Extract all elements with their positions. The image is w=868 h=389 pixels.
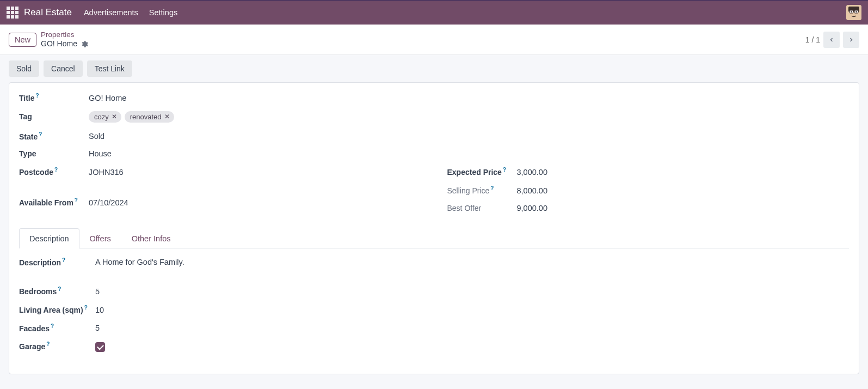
help-icon[interactable]: ? xyxy=(36,93,39,99)
form-body[interactable]: Sold Cancel Test Link Title? GO! Home Ta… xyxy=(0,55,868,389)
selling-price-label: Selling Price xyxy=(447,186,490,195)
help-icon[interactable]: ? xyxy=(75,197,78,203)
expected-price-value[interactable]: 3,000.00 xyxy=(517,168,547,177)
help-icon[interactable]: ? xyxy=(51,323,54,329)
facades-value[interactable]: 5 xyxy=(95,324,100,332)
pager-next-button[interactable] xyxy=(843,32,859,48)
tag-label-text: cozy xyxy=(94,113,109,121)
control-panel: New Properties GO! Home 1 / 1 xyxy=(0,25,868,55)
status-bar: Sold Cancel Test Link xyxy=(0,55,868,82)
living-area-value[interactable]: 10 xyxy=(95,306,104,314)
top-nav: Real Estate Advertisements Settings xyxy=(0,1,868,25)
breadcrumb-parent[interactable]: Properties xyxy=(41,31,88,39)
best-offer-label: Best Offer xyxy=(447,204,482,212)
avatar[interactable] xyxy=(846,5,861,20)
bedrooms-value[interactable]: 5 xyxy=(95,287,100,296)
type-label: Type xyxy=(19,149,36,158)
breadcrumb-current: GO! Home xyxy=(41,39,77,48)
nav-link-advertisements[interactable]: Advertisements xyxy=(84,8,138,17)
tab-description[interactable]: Description xyxy=(19,228,79,248)
title-value[interactable]: GO! Home xyxy=(89,94,126,102)
tag-label-text: renovated xyxy=(130,113,162,121)
description-value[interactable]: A Home for God's Family. xyxy=(95,258,184,266)
cancel-button[interactable]: Cancel xyxy=(44,60,83,77)
pager-prev-button[interactable] xyxy=(823,32,840,48)
postcode-label: Postcode xyxy=(19,168,53,177)
apps-icon[interactable] xyxy=(7,7,19,19)
help-icon[interactable]: ? xyxy=(503,167,506,173)
help-icon[interactable]: ? xyxy=(58,286,61,292)
form-sheet: Title? GO! Home Tag cozy ✕ renovated ✕ S… xyxy=(9,82,859,374)
breadcrumb: Properties GO! Home xyxy=(41,31,88,48)
tag-chip: renovated ✕ xyxy=(125,111,174,123)
close-icon[interactable]: ✕ xyxy=(112,113,117,120)
description-label: Description xyxy=(19,258,61,266)
tab-bar: Description Offers Other Infos xyxy=(19,228,849,248)
help-icon[interactable]: ? xyxy=(46,341,50,347)
help-icon[interactable]: ? xyxy=(62,257,65,263)
garage-label: Garage xyxy=(19,342,45,351)
test-link-button[interactable]: Test Link xyxy=(87,60,132,77)
garage-checkbox[interactable] xyxy=(95,342,105,352)
pager: 1 / 1 xyxy=(805,32,859,48)
help-icon[interactable]: ? xyxy=(84,305,88,311)
state-value[interactable]: Sold xyxy=(89,132,104,141)
tag-label: Tag xyxy=(19,112,32,121)
title-label: Title xyxy=(19,94,35,102)
new-button[interactable]: New xyxy=(9,33,36,47)
tab-offers[interactable]: Offers xyxy=(79,228,121,248)
facades-label: Facades xyxy=(19,324,50,332)
tag-chip: cozy ✕ xyxy=(89,111,121,123)
help-icon[interactable]: ? xyxy=(54,167,58,173)
svg-point-4 xyxy=(851,11,852,13)
close-icon[interactable]: ✕ xyxy=(164,113,170,120)
pager-text: 1 / 1 xyxy=(805,35,820,44)
tags-field[interactable]: cozy ✕ renovated ✕ xyxy=(89,111,174,123)
available-from-value[interactable]: 07/10/2024 xyxy=(89,198,128,207)
help-icon[interactable]: ? xyxy=(39,131,42,137)
state-label: State xyxy=(19,132,38,141)
nav-link-settings[interactable]: Settings xyxy=(149,8,177,17)
type-value[interactable]: House xyxy=(89,149,112,158)
bedrooms-label: Bedrooms xyxy=(19,287,57,296)
app-title[interactable]: Real Estate xyxy=(24,7,72,18)
help-icon[interactable]: ? xyxy=(490,185,494,191)
sold-button[interactable]: Sold xyxy=(9,60,39,77)
best-offer-value: 9,000.00 xyxy=(517,204,547,212)
selling-price-value: 8,000.00 xyxy=(517,186,547,195)
tab-panel-description: Description? A Home for God's Family. Be… xyxy=(19,248,849,352)
postcode-value[interactable]: JOHN316 xyxy=(89,168,124,177)
available-from-label: Available From xyxy=(19,198,73,207)
tab-other-infos[interactable]: Other Infos xyxy=(121,228,181,248)
expected-price-label: Expected Price xyxy=(447,168,502,177)
svg-point-5 xyxy=(855,11,857,13)
gear-icon[interactable] xyxy=(81,40,88,48)
living-area-label: Living Area (sqm) xyxy=(19,306,83,314)
